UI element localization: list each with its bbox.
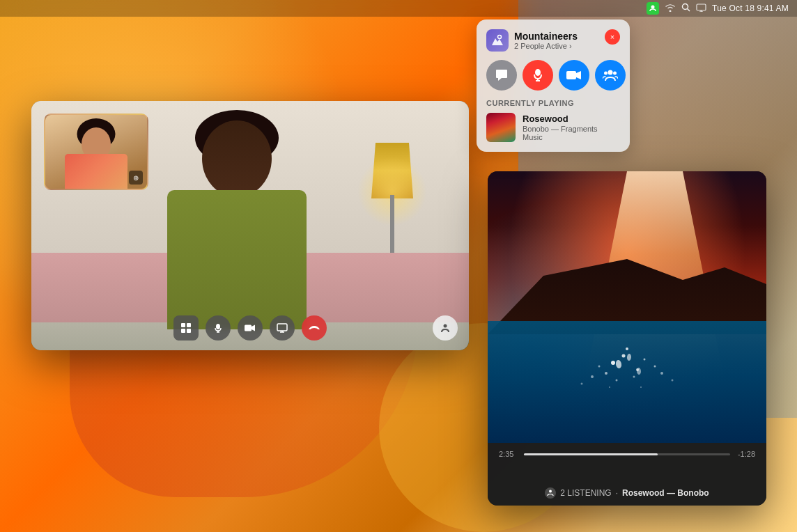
- panel-title-group: Mountaineers 2 People Active ›: [514, 31, 578, 51]
- person-head: [202, 120, 272, 197]
- svg-point-27: [605, 372, 608, 375]
- svg-point-25: [622, 354, 626, 357]
- svg-point-41: [627, 353, 632, 360]
- svg-point-32: [616, 379, 618, 381]
- now-playing-row: Rosewood Bonobo — Fragments Music: [486, 113, 620, 142]
- shareplay-facetime-button[interactable]: [433, 315, 458, 341]
- panel-subtitle: 2 People Active ›: [514, 42, 578, 50]
- svg-rect-5: [187, 323, 191, 327]
- video-action-button[interactable]: [559, 60, 589, 91]
- grid-view-button[interactable]: [173, 315, 199, 341]
- panel-title: Mountaineers: [514, 31, 578, 42]
- screen-mirroring-icon[interactable]: [696, 3, 706, 14]
- mic-action-button[interactable]: [523, 60, 553, 91]
- svg-rect-7: [187, 329, 191, 333]
- svg-point-30: [598, 365, 601, 367]
- menubar-datetime: Tue Oct 18 9:41 AM: [712, 3, 789, 13]
- now-playing-title: Rosewood: [523, 114, 620, 124]
- svg-point-24: [611, 361, 615, 365]
- now-playing-app: Music: [523, 133, 620, 141]
- music-artwork: [488, 171, 766, 443]
- svg-point-0: [651, 6, 655, 9]
- svg-point-34: [591, 375, 594, 378]
- now-playing-info: Rosewood Bonobo — Fragments Music: [523, 114, 620, 141]
- listening-song: Rosewood — Bonobo: [622, 488, 709, 498]
- panel-header-left: Mountaineers 2 People Active ›: [486, 29, 578, 52]
- end-call-button[interactable]: [302, 315, 327, 341]
- panel-close-button[interactable]: ×: [605, 29, 620, 45]
- pip-thumbnail[interactable]: ⊕: [44, 114, 148, 190]
- desktop: Tue Oct 18 9:41 AM: [0, 0, 797, 532]
- progress-bar[interactable]: [524, 453, 730, 455]
- listening-separator: ·: [616, 488, 618, 498]
- artwork-water: [488, 321, 766, 444]
- svg-point-8: [216, 324, 220, 329]
- menubar-right: Tue Oct 18 9:41 AM: [647, 2, 789, 15]
- svg-point-37: [640, 386, 642, 388]
- svg-point-40: [615, 359, 622, 368]
- svg-point-43: [549, 490, 552, 493]
- remaining-time: -1:28: [736, 450, 755, 458]
- shareplay-listeners-icon: [545, 487, 556, 499]
- panel-actions: [486, 60, 620, 91]
- messages-action-button[interactable]: [486, 60, 517, 91]
- album-art-inner: [486, 113, 516, 142]
- mountaineers-app-icon: [486, 29, 509, 52]
- video-button[interactable]: [238, 315, 263, 341]
- progress-fill: [524, 453, 658, 455]
- current-time: 2:35: [499, 450, 518, 458]
- facetime-window: ⊕: [31, 101, 469, 350]
- svg-rect-20: [566, 71, 576, 79]
- menubar: Tue Oct 18 9:41 AM: [0, 0, 797, 17]
- svg-point-15: [444, 324, 447, 328]
- svg-point-22: [604, 72, 608, 75]
- listening-count: 2 LISTENING: [560, 488, 611, 498]
- wifi-icon: [665, 3, 676, 14]
- water-sparkles: [488, 321, 766, 444]
- svg-point-38: [581, 382, 583, 384]
- pip-save-icon: ⊕: [129, 171, 143, 185]
- album-art-small: [486, 113, 516, 142]
- panel-header: Mountaineers 2 People Active › ×: [486, 29, 620, 52]
- svg-point-1: [683, 4, 688, 10]
- svg-point-33: [633, 375, 635, 377]
- svg-point-28: [626, 347, 628, 350]
- currently-playing-header: Currently Playing: [486, 99, 620, 107]
- facetime-controls: [173, 315, 327, 341]
- music-controls: 2:35 -1:28 2 LISTENING · Rosewood — Bono…: [488, 443, 766, 506]
- svg-point-39: [672, 379, 674, 381]
- music-player-window: 2:35 -1:28 2 LISTENING · Rosewood — Bono…: [488, 171, 766, 506]
- svg-rect-11: [245, 325, 252, 331]
- svg-rect-6: [181, 329, 185, 333]
- svg-point-17: [535, 69, 541, 76]
- now-playing-artist: Bonobo — Fragments: [523, 125, 620, 133]
- svg-point-29: [644, 358, 646, 360]
- shareplay-menubar-icon[interactable]: [647, 2, 659, 15]
- shareplay-panel: Mountaineers 2 People Active › ×: [477, 19, 630, 152]
- facetime-background: ⊕: [31, 101, 469, 350]
- screen-share-button[interactable]: [270, 315, 295, 341]
- svg-rect-12: [277, 324, 287, 331]
- person-shirt: [167, 190, 307, 329]
- svg-point-31: [654, 365, 656, 367]
- svg-point-21: [608, 70, 613, 75]
- svg-point-23: [613, 72, 617, 75]
- spotlight-icon[interactable]: [681, 3, 690, 14]
- mute-button[interactable]: [206, 315, 231, 341]
- shareplay-listening-bar: 2 LISTENING · Rosewood — Bonobo: [499, 487, 755, 499]
- svg-point-16: [498, 36, 502, 39]
- pip-shirt: [65, 154, 127, 189]
- svg-point-36: [609, 386, 610, 388]
- progress-row: 2:35 -1:28: [499, 450, 755, 458]
- svg-point-35: [660, 372, 663, 375]
- svg-rect-4: [181, 323, 185, 327]
- shareplay-action-button[interactable]: [595, 60, 626, 91]
- svg-rect-3: [697, 4, 706, 10]
- svg-line-2: [688, 9, 690, 12]
